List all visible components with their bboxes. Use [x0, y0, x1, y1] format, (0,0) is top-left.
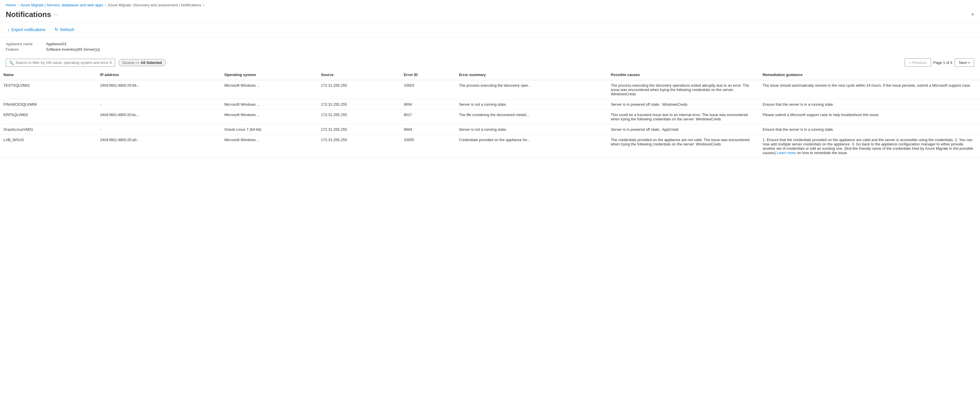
filter-row: 🔍 Source == All Selected < Previous Page…: [0, 56, 980, 70]
breadcrumb-current: Azure Migrate: Discovery and assessment …: [108, 3, 201, 7]
appliance-label: Appliance name: [6, 42, 46, 46]
table-row: LAB_WSUS 2404:f801:4800:20:a0... Microso…: [0, 135, 980, 158]
search-icon: 🔍: [9, 61, 14, 65]
cell-error-summary: Server is not a running state.: [456, 124, 608, 135]
cell-remediation: Please submit a Microsoft support case t…: [759, 110, 980, 124]
more-options-icon[interactable]: ···: [54, 11, 58, 18]
cell-os: Microsoft Windows ...: [221, 135, 318, 158]
cell-source: 172.31.255.255: [318, 110, 400, 124]
refresh-button[interactable]: ↻ Refresh: [53, 26, 76, 34]
cell-error-id: 9004: [400, 99, 456, 110]
cell-remediation: 1. Ensure that the credentials provided …: [759, 135, 980, 158]
col-header-source: Source: [318, 70, 400, 80]
cell-error-id: 10003: [400, 80, 456, 99]
table-row: TESTSQLVM01 2404:f801:4800:20:94... Micr…: [0, 80, 980, 99]
cell-name: LAB_WSUS: [0, 135, 97, 158]
page-title: Notifications: [6, 10, 51, 19]
next-button[interactable]: Next >: [955, 59, 974, 67]
feature-row: Feature Software inventory(65 Server(s)): [6, 47, 974, 51]
cell-ip: -: [97, 124, 221, 135]
export-label: Export notifications: [11, 27, 45, 32]
cell-ip: 2404:f801:4800:20:94...: [97, 80, 221, 99]
cell-error-summary: Server is not a running state.: [456, 99, 608, 110]
cell-source: 172.31.255.255: [318, 80, 400, 99]
col-header-remediation: Remediation guidance: [759, 70, 980, 80]
cell-ip: -: [97, 99, 221, 110]
appliance-row: Appliance name Appliance01: [6, 42, 974, 46]
col-header-ip: IP address: [97, 70, 221, 80]
cell-possible-causes: Server is in powered off state.: AppCred…: [607, 124, 759, 135]
export-notifications-button[interactable]: ↓ Export notifications: [6, 26, 47, 34]
cell-error-summary: Credentials provided on the appliance fo…: [456, 135, 608, 158]
cell-remediation: Ensure that the server is in a running s…: [759, 99, 980, 110]
filter-tag-prefix: Source ==: [122, 61, 140, 65]
cell-possible-causes: Server is in powered off state.: Windows…: [607, 99, 759, 110]
cell-name: ERPSQLVM02: [0, 110, 97, 124]
cell-os: Oracle Linux 7 (64-bit): [221, 124, 318, 135]
table-row: ERPSQLVM02 2404:f801:4800:20:bc... Micro…: [0, 110, 980, 124]
cell-ip: 2404:f801:4800:20:a0...: [97, 135, 221, 158]
breadcrumb-sep-1: ›: [18, 3, 19, 7]
cell-os: Microsoft Windows ...: [221, 99, 318, 110]
refresh-label: Refresh: [60, 27, 74, 32]
breadcrumb-servers[interactable]: Azure Migrate | Servers, databases and w…: [21, 3, 103, 7]
previous-button[interactable]: < Previous: [905, 59, 931, 67]
cell-error-id: 9017: [400, 110, 456, 124]
meta-section: Appliance name Appliance01 Feature Softw…: [0, 37, 980, 56]
table-container: Name IP address Operating system Source …: [0, 70, 980, 158]
col-header-error-summary: Error summary: [456, 70, 608, 80]
cell-error-id: 10005: [400, 135, 456, 158]
cell-source: 172.31.255.255: [318, 99, 400, 110]
learn-more-link[interactable]: Learn more: [776, 151, 795, 155]
notifications-table: Name IP address Operating system Source …: [0, 70, 980, 158]
cell-remediation: Ensure that the server is in a running s…: [759, 124, 980, 135]
table-header-row: Name IP address Operating system Source …: [0, 70, 980, 80]
appliance-value: Appliance01: [46, 42, 67, 46]
page-header: Notifications ··· ×: [0, 9, 980, 22]
col-header-os: Operating system: [221, 70, 318, 80]
cell-error-summary: The process executing the discovery oper…: [456, 80, 608, 99]
download-icon: ↓: [8, 27, 10, 32]
close-button[interactable]: ×: [971, 11, 974, 18]
filter-left: 🔍 Source == All Selected: [6, 59, 166, 67]
cell-name: FINANCESQLVM06: [0, 99, 97, 110]
cell-ip: 2404:f801:4800:20:bc...: [97, 110, 221, 124]
search-input[interactable]: [16, 61, 112, 65]
toolbar: ↓ Export notifications ↻ Refresh: [0, 22, 980, 37]
feature-label: Feature: [6, 47, 46, 51]
cell-possible-causes: The credentials provided on the applianc…: [607, 135, 759, 158]
breadcrumb-sep-2: ›: [105, 3, 106, 7]
cell-possible-causes: The process executing the discovery oper…: [607, 80, 759, 99]
breadcrumb: Home › Azure Migrate | Servers, database…: [0, 0, 980, 9]
cell-source: 172.31.255.255: [318, 135, 400, 158]
cell-remediation: The issue should automatically resolve i…: [759, 80, 980, 99]
breadcrumb-sep-3: ›: [203, 3, 204, 7]
search-box[interactable]: 🔍: [6, 59, 115, 67]
cell-possible-causes: This could be a transient issue due to a…: [607, 110, 759, 124]
col-header-name: Name: [0, 70, 97, 80]
table-row: FINANCESQLVM06 - Microsoft Windows ... 1…: [0, 99, 980, 110]
filter-tag-value: All Selected: [141, 61, 162, 65]
cell-error-id: 9004: [400, 124, 456, 135]
cell-name: OracleLinuxVM01: [0, 124, 97, 135]
col-header-possible: Possible causes: [607, 70, 759, 80]
cell-os: Microsoft Windows ...: [221, 80, 318, 99]
refresh-icon: ↻: [55, 27, 58, 32]
breadcrumb-home[interactable]: Home: [6, 3, 16, 7]
cell-source: 172.31.255.255: [318, 124, 400, 135]
table-row: OracleLinuxVM01 - Oracle Linux 7 (64-bit…: [0, 124, 980, 135]
pagination: < Previous Page 1 of 4 Next >: [905, 59, 974, 67]
cell-name: TESTSQLVM01: [0, 80, 97, 99]
cell-os: Microsoft Windows ...: [221, 110, 318, 124]
pagination-info: Page 1 of 4: [934, 61, 953, 65]
cell-error-summary: The file containing the discovered metad…: [456, 110, 608, 124]
feature-value: Software inventory(65 Server(s)): [46, 47, 100, 51]
col-header-error-id: Error ID: [400, 70, 456, 80]
source-filter-tag[interactable]: Source == All Selected: [119, 59, 166, 66]
